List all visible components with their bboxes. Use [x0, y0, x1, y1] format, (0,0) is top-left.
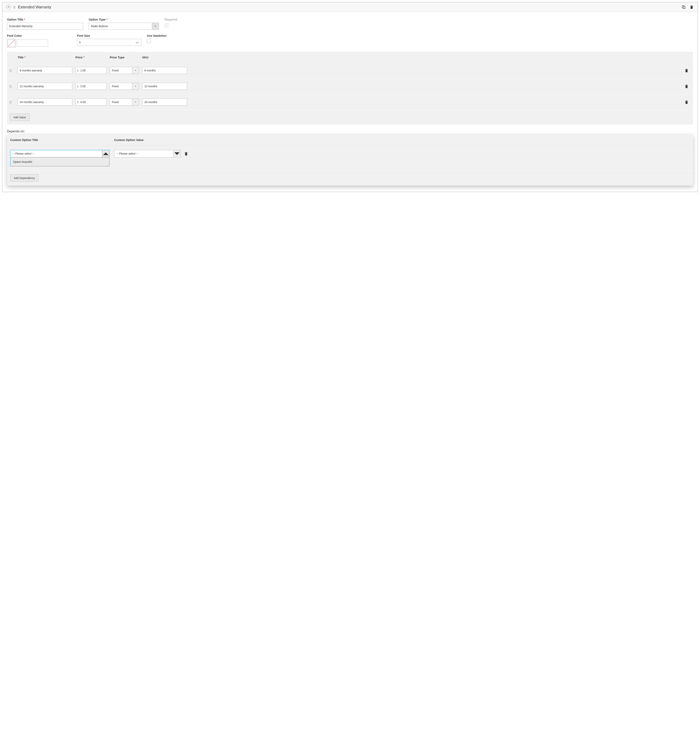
chevron-down-icon [132, 98, 139, 106]
drag-handle-icon[interactable] [10, 101, 15, 103]
delete-dependency-button[interactable] [184, 151, 188, 156]
value-title-input[interactable] [18, 67, 72, 74]
value-price-input[interactable] [75, 83, 107, 90]
value-title-input[interactable] [18, 98, 72, 106]
field-row-2: Font Color Font Size px. Use Swatches [7, 34, 693, 47]
dependency-title-select[interactable]: -- Please select -- Spare bracelet [10, 150, 109, 166]
use-swatches-checkbox[interactable] [147, 39, 151, 43]
depends-footer: Add Dependency [7, 170, 693, 186]
value-price-type-value: Fixed [110, 98, 132, 106]
copy-icon [682, 5, 686, 9]
delete-value-button[interactable] [684, 100, 689, 104]
value-title-input[interactable] [18, 83, 72, 90]
value-price-type-select[interactable]: Fixed [110, 67, 139, 74]
drag-handle-icon[interactable] [10, 85, 15, 88]
value-price-input[interactable] [75, 67, 107, 74]
col-price-type: Price Type [110, 56, 139, 59]
delete-value-button[interactable] [684, 84, 689, 88]
font-size-input[interactable] [77, 39, 141, 46]
field-use-swatches: Use Swatches [147, 34, 166, 47]
depends-col-title: Custom Option Title [10, 138, 109, 142]
font-color-label: Font Color [7, 34, 72, 37]
depends-head: Custom Option Title Custom Option Value [7, 135, 693, 145]
field-option-type: Option Type* Radio Buttons [89, 18, 159, 30]
option-type-label: Option Type* [89, 18, 159, 21]
required-checkbox[interactable] [165, 23, 168, 27]
depends-col-value: Custom Option Value [114, 138, 690, 142]
option-type-value: Radio Buttons [89, 23, 152, 30]
trash-icon [684, 68, 689, 73]
value-price-type-select[interactable]: Fixed [110, 83, 139, 90]
dependency-title-placeholder: -- Please select -- [10, 150, 102, 157]
drag-handle-icon[interactable] [10, 69, 15, 72]
delete-option-button[interactable] [690, 5, 694, 9]
col-title-text: Title [18, 56, 24, 59]
dependency-row: -- Please select -- Spare bracelet -- Pl… [7, 145, 693, 170]
trash-icon [684, 84, 689, 88]
option-panel: Extended Warranty Option Title* [2, 2, 698, 192]
panel-header: Extended Warranty [2, 2, 698, 12]
trash-icon [184, 151, 188, 156]
value-row: $Fixed [7, 94, 693, 110]
panel-body: Option Title* Option Type* Radio Buttons… [2, 12, 698, 192]
required-label: Required [165, 18, 177, 21]
font-size-label: Font Size [77, 34, 141, 37]
values-table-head: Title* Price* Price Type SKU [7, 52, 693, 63]
option-type-label-text: Option Type [89, 18, 106, 21]
option-title-label: Option Title* [7, 18, 83, 21]
depends-panel: Custom Option Title Custom Option Value … [7, 135, 693, 186]
required-asterisk: * [84, 56, 85, 59]
drag-handle-icon[interactable] [14, 6, 15, 9]
dependency-value-select[interactable]: -- Please select -- [114, 150, 181, 157]
delete-value-button[interactable] [684, 68, 689, 73]
col-price-text: Price [75, 56, 82, 59]
field-font-size: Font Size px. [77, 34, 141, 47]
chevron-up-icon [102, 150, 109, 157]
header-actions [682, 5, 694, 9]
required-asterisk: * [106, 18, 107, 21]
chevron-down-icon [132, 67, 139, 74]
chevron-down-icon [174, 150, 181, 157]
value-row: $Fixed [7, 78, 693, 94]
field-font-color: Font Color [7, 34, 72, 47]
add-value-button[interactable]: Add Value [10, 114, 30, 121]
field-option-title: Option Title* [7, 18, 83, 30]
value-row: $Fixed [7, 63, 693, 78]
use-swatches-label: Use Swatches [147, 34, 166, 37]
required-asterisk: * [24, 18, 25, 21]
value-price-type-value: Fixed [110, 83, 132, 90]
chevron-up-icon [7, 6, 10, 8]
values-footer: Add Value [7, 110, 693, 125]
add-dependency-button[interactable]: Add Dependency [10, 174, 38, 182]
dependency-option[interactable]: Spare bracelet [10, 157, 109, 166]
col-price: Price* [75, 56, 107, 59]
font-color-input[interactable] [17, 40, 48, 47]
col-title: Title* [18, 56, 72, 59]
collapse-toggle[interactable] [6, 5, 11, 9]
chevron-down-icon [132, 83, 139, 90]
value-sku-input[interactable] [142, 67, 187, 74]
value-sku-input[interactable] [142, 98, 187, 106]
value-price-type-select[interactable]: Fixed [110, 98, 139, 106]
option-title-label-text: Option Title [7, 18, 23, 21]
panel-title: Extended Warranty [18, 5, 679, 9]
option-type-select[interactable]: Radio Buttons [89, 23, 159, 30]
depends-on-label: Depends on: [7, 130, 693, 133]
trash-icon [690, 5, 694, 9]
dependency-title-display: -- Please select -- [10, 150, 109, 157]
field-required: Required [165, 18, 177, 30]
value-price-input[interactable] [75, 98, 107, 106]
dependency-dropdown: Spare bracelet [10, 157, 109, 166]
dependency-value-placeholder: -- Please select -- [114, 150, 174, 157]
value-sku-input[interactable] [142, 83, 187, 90]
option-title-input[interactable] [7, 23, 83, 30]
col-sku: SKU [142, 56, 187, 59]
duplicate-button[interactable] [682, 5, 686, 9]
font-color-swatch[interactable] [7, 39, 16, 47]
values-table: Title* Price* Price Type SKU $Fixed$Fixe… [7, 52, 693, 125]
chevron-down-icon [152, 23, 159, 30]
trash-icon [684, 100, 689, 104]
required-asterisk: * [24, 56, 26, 59]
field-row-1: Option Title* Option Type* Radio Buttons… [7, 18, 693, 30]
value-price-type-value: Fixed [110, 67, 132, 74]
